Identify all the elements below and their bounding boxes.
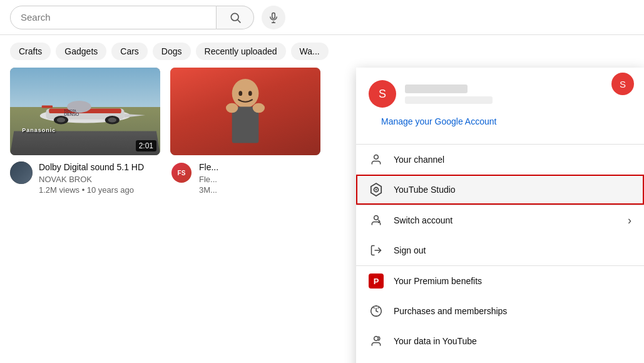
thumbnail-2[interactable] <box>170 68 320 155</box>
svg-point-17 <box>232 79 259 108</box>
dropdown-email <box>405 96 493 104</box>
video-channel-2: Fle... <box>199 175 320 184</box>
mic-icon <box>268 12 279 23</box>
svg-point-31 <box>374 337 379 341</box>
chips-row: Crafts Gadgets Cars Dogs Recently upload… <box>0 35 644 68</box>
purchases-label: Purchases and memberships <box>394 306 631 316</box>
svg-point-19 <box>248 91 252 96</box>
top-right-avatar[interactable]: S <box>611 73 634 95</box>
mic-button[interactable] <box>262 6 285 29</box>
chip-cars[interactable]: Cars <box>111 43 148 60</box>
svg-rect-20 <box>232 106 259 143</box>
youtube-studio-label: YouTube Studio <box>394 185 631 195</box>
switch-account-icon <box>369 213 384 228</box>
purchases-icon <box>369 304 384 319</box>
dropdown-user-info <box>405 84 631 104</box>
premium-label: Your Premium benefits <box>394 276 631 286</box>
dropdown-user-section: S <box>356 68 644 116</box>
svg-marker-9 <box>125 114 146 118</box>
svg-point-21 <box>226 103 238 113</box>
manage-account-link[interactable]: Manage your Google Account <box>369 116 631 135</box>
channel-avatar-1[interactable] <box>10 161 33 184</box>
header <box>0 0 644 35</box>
dropdown-item-appearance[interactable]: Appearance: Device theme › <box>356 356 644 363</box>
svg-point-0 <box>231 13 238 21</box>
video-title-1: Dolby Digital sound 5.1 HD <box>39 161 160 173</box>
duration-badge-1: 2:01 <box>136 140 156 151</box>
video-info-2: Fle... Fle... 3M... <box>199 161 320 195</box>
premium-icon: P <box>369 274 384 289</box>
f1-car-svg: DENSO TOYOTA <box>18 83 153 131</box>
dropdown-item-sign-out[interactable]: Sign out <box>356 235 644 265</box>
video-card-1: DENSO TOYOTA Panasonic 2:01 Dolby Digita… <box>10 68 160 195</box>
person-icon <box>369 152 384 167</box>
dropdown-item-youtube-studio[interactable]: YouTube Studio <box>356 175 644 205</box>
chip-dogs[interactable]: Dogs <box>153 43 191 60</box>
video-meta-1: Dolby Digital sound 5.1 HD NOVAK BROK 1.… <box>10 161 160 195</box>
sign-out-icon <box>369 243 384 258</box>
svg-point-25 <box>376 189 377 190</box>
video-info-1: Dolby Digital sound 5.1 HD NOVAK BROK 1.… <box>39 161 160 195</box>
svg-point-22 <box>253 103 265 113</box>
dropdown-item-premium[interactable]: P Your Premium benefits <box>356 266 644 296</box>
dropdown-username <box>405 84 468 93</box>
svg-point-26 <box>374 216 379 220</box>
svg-text:TOYOTA: TOYOTA <box>64 110 76 113</box>
svg-rect-2 <box>272 13 275 18</box>
your-data-icon <box>369 334 384 349</box>
svg-point-12 <box>57 118 65 123</box>
video-stats-1: 1.2M views • 10 years ago <box>39 185 160 195</box>
sign-out-label: Sign out <box>394 245 631 255</box>
your-channel-label: Your channel <box>394 155 631 165</box>
dropdown-item-purchases[interactable]: Purchases and memberships <box>356 296 644 326</box>
video-card-2: FS Fle... Fle... 3M... <box>170 68 320 195</box>
video-title-2: Fle... <box>199 161 320 173</box>
chip-gadgets[interactable]: Gadgets <box>56 43 106 60</box>
svg-line-1 <box>237 19 240 23</box>
switch-account-label: Switch account <box>394 215 618 225</box>
dropdown-item-your-data[interactable]: Your data in YouTube <box>356 326 644 356</box>
dropdown-item-switch-account[interactable]: Switch account › <box>356 205 644 235</box>
your-data-label: Your data in YouTube <box>394 336 631 346</box>
video-stats-2: 3M... <box>199 185 320 195</box>
studio-icon <box>369 182 384 197</box>
person-svg <box>193 76 298 155</box>
chip-crafts[interactable]: Crafts <box>10 43 51 60</box>
svg-point-18 <box>238 91 242 96</box>
chip-recently-uploaded[interactable]: Recently uploaded <box>196 43 286 60</box>
search-button[interactable] <box>217 6 254 29</box>
chip-wa[interactable]: Wa... <box>291 43 329 60</box>
dropdown-menu: S Manage your Google Account Your channe… <box>356 68 644 363</box>
switch-account-arrow: › <box>628 214 631 227</box>
content-area: DENSO TOYOTA Panasonic 2:01 Dolby Digita… <box>0 68 644 195</box>
video-meta-2: FS Fle... Fle... 3M... <box>170 161 320 195</box>
svg-point-23 <box>374 155 379 160</box>
video-channel-1: NOVAK BROK <box>39 175 160 184</box>
dropdown-item-your-channel[interactable]: Your channel <box>356 145 644 175</box>
channel-avatar-2[interactable]: FS <box>170 161 193 184</box>
thumbnail-1[interactable]: DENSO TOYOTA Panasonic 2:01 <box>10 68 160 155</box>
search-input[interactable] <box>21 12 206 23</box>
svg-point-14 <box>108 118 116 123</box>
svg-rect-10 <box>42 105 53 108</box>
search-icon <box>229 11 242 24</box>
dropdown-avatar: S <box>369 80 396 108</box>
